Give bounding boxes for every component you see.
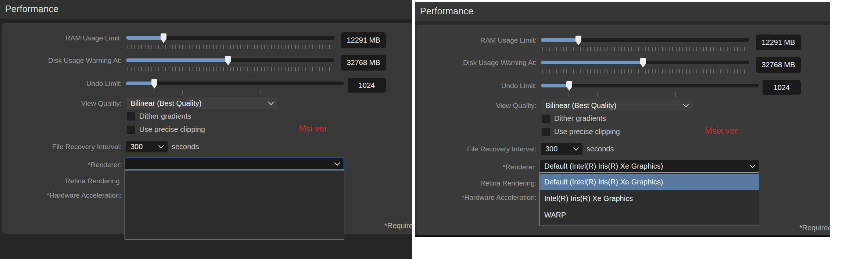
- undo-limit-value[interactable]: 1024: [763, 80, 801, 95]
- file-recovery-unit: seconds: [587, 145, 614, 153]
- chevron-down-icon: [334, 160, 340, 166]
- dither-gradients-checkbox[interactable]: [542, 115, 550, 123]
- slider-ticks: [128, 45, 332, 49]
- hardware-acceleration-label: *Hardware Acceleration:: [422, 193, 537, 202]
- slider-fill: [541, 38, 578, 42]
- header-divider: [415, 21, 830, 25]
- slider-ticks: [128, 67, 332, 71]
- view-quality-value: Bilinear (Best Quality): [130, 99, 266, 108]
- slider-tick: [154, 90, 154, 94]
- disk-warning-slider[interactable]: [541, 61, 749, 64]
- file-recovery-label: File Recovery Interval:: [422, 145, 537, 153]
- renderer-dropdown-list[interactable]: Default (Intel(R) Iris(R) Xe Graphics) I…: [539, 172, 759, 226]
- file-recovery-value: 300: [545, 145, 571, 153]
- slider-fill: [541, 84, 569, 87]
- slider-tick: [597, 93, 598, 97]
- ram-usage-value[interactable]: 12291 MB: [341, 32, 386, 48]
- performance-dialog-msi: Performance RAM Usage Limit: 12291 MB Di…: [0, 0, 412, 259]
- ram-usage-slider[interactable]: [541, 38, 749, 42]
- view-quality-select[interactable]: Bilinear (Best Quality): [126, 97, 277, 109]
- view-quality-label: View Quality:: [7, 99, 122, 108]
- dialog-titlebar: [0, 0, 412, 19]
- ram-usage-label: RAM Usage Limit:: [7, 34, 122, 42]
- dialog-titlebar: [415, 2, 830, 21]
- dither-gradients-label: Dither gradients: [554, 114, 606, 123]
- version-note: Msix ver: [705, 126, 738, 136]
- disk-warning-label: Disk Usage Warning At:: [422, 58, 537, 67]
- precise-clipping-label: Use precise clipping: [139, 125, 205, 134]
- file-recovery-select[interactable]: 300: [541, 143, 582, 155]
- chevron-down-icon: [683, 102, 689, 108]
- ram-usage-slider[interactable]: [126, 36, 334, 40]
- ram-usage-value[interactable]: 12291 MB: [756, 35, 801, 50]
- disk-warning-value[interactable]: 32768 MB: [756, 57, 801, 73]
- precise-clipping-checkbox[interactable]: [542, 128, 550, 136]
- dither-gradients-label: Dither gradients: [139, 112, 191, 120]
- undo-limit-slider[interactable]: [541, 84, 759, 87]
- slider-tick: [568, 93, 569, 97]
- renderer-option-warp[interactable]: WARP: [540, 207, 759, 223]
- disk-warning-slider[interactable]: [126, 58, 334, 62]
- renderer-combobox[interactable]: [125, 158, 344, 170]
- disk-warning-label: Disk Usage Warning At:: [7, 56, 122, 65]
- undo-limit-label: Undo Limit:: [7, 79, 122, 88]
- view-quality-select[interactable]: Bilinear (Best Quality): [541, 100, 692, 111]
- slider-tick: [182, 90, 183, 94]
- required-note: *Required: [799, 224, 830, 232]
- chevron-down-icon: [573, 145, 579, 151]
- file-recovery-unit: seconds: [172, 143, 199, 151]
- file-recovery-label: File Recovery Interval:: [7, 143, 122, 151]
- file-recovery-select[interactable]: 300: [126, 141, 168, 152]
- hardware-acceleration-label: *Hardware Acceleration:: [7, 191, 122, 199]
- precise-clipping-label: Use precise clipping: [554, 127, 620, 136]
- msi-screenshot: Performance RAM Usage Limit: 12291 MB Di…: [0, 0, 412, 259]
- slider-fill: [541, 61, 643, 64]
- renderer-value: Default (Intel(R) Iris(R) Xe Graphics): [544, 162, 747, 170]
- renderer-combobox[interactable]: Default (Intel(R) Iris(R) Xe Graphics): [539, 160, 759, 172]
- slider-tick: [675, 93, 676, 97]
- ram-usage-label: RAM Usage Limit:: [422, 36, 537, 44]
- msix-screenshot: Performance RAM Usage Limit: 12291 MB Di…: [412, 0, 868, 259]
- screenshot-stage: Performance RAM Usage Limit: 12291 MB Di…: [0, 0, 868, 259]
- retina-rendering-label: Retina Rendering:: [7, 177, 122, 185]
- undo-limit-value[interactable]: 1024: [348, 78, 386, 93]
- file-recovery-value: 300: [130, 143, 156, 151]
- undo-limit-label: Undo Limit:: [422, 82, 537, 90]
- required-note: *Required: [384, 222, 412, 230]
- renderer-option-default[interactable]: Default (Intel(R) Iris(R) Xe Graphics): [540, 174, 759, 190]
- chevron-down-icon: [750, 162, 756, 168]
- renderer-label: *Renderer:: [7, 161, 122, 169]
- performance-dialog-msix: Performance RAM Usage Limit: 12291 MB Di…: [415, 2, 830, 237]
- slider-fill: [126, 36, 164, 40]
- renderer-option-intel[interactable]: Intel(R) Iris(R) Xe Graphics: [540, 190, 759, 207]
- slider-ticks: [542, 69, 747, 73]
- dither-gradients-checkbox[interactable]: [127, 112, 135, 120]
- renderer-label: *Renderer:: [422, 163, 537, 171]
- precise-clipping-checkbox[interactable]: [127, 126, 135, 134]
- view-quality-value: Bilinear (Best Quality): [545, 101, 681, 110]
- slider-ticks: [542, 47, 747, 51]
- undo-limit-slider[interactable]: [126, 82, 344, 85]
- disk-warning-value[interactable]: 32768 MB: [341, 55, 386, 71]
- page-title: Performance: [420, 6, 473, 17]
- version-note: Msi ver: [299, 123, 327, 134]
- chevron-down-icon: [268, 100, 274, 105]
- header-divider: [0, 19, 412, 23]
- view-quality-label: View Quality:: [422, 101, 537, 110]
- renderer-dropdown-list[interactable]: [125, 170, 344, 240]
- retina-rendering-label: Retina Rendering:: [422, 179, 537, 187]
- slider-tick: [261, 90, 261, 94]
- chevron-down-icon: [158, 143, 164, 149]
- slider-fill: [126, 58, 228, 62]
- slider-fill: [126, 82, 154, 85]
- page-title: Performance: [5, 4, 58, 14]
